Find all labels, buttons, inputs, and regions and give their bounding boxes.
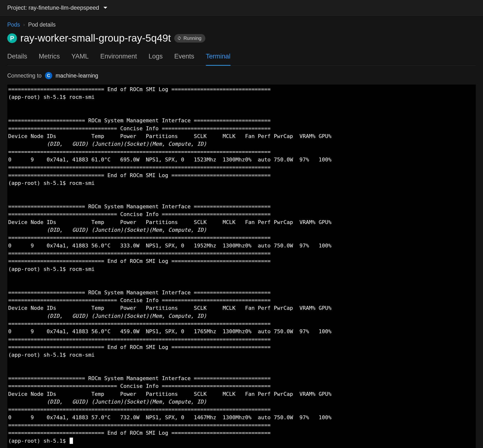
pod-icon: P <box>7 33 17 43</box>
terminal-cursor <box>70 438 73 444</box>
page-title-row: P ray-worker-small-group-ray-5q49t Runni… <box>7 32 476 44</box>
status-badge: Running <box>174 34 205 42</box>
tab-terminal[interactable]: Terminal <box>206 53 230 65</box>
connecting-row: Connecting to C machine-learning <box>0 66 483 85</box>
container-name[interactable]: machine-learning <box>55 72 98 79</box>
container-icon: C <box>45 72 52 79</box>
tab-logs[interactable]: Logs <box>149 53 163 65</box>
page-title: ray-worker-small-group-ray-5q49t <box>20 32 171 44</box>
breadcrumb: Pods › Pod details <box>7 22 476 28</box>
breadcrumb-root[interactable]: Pods <box>7 22 20 28</box>
connecting-label: Connecting to <box>7 72 41 79</box>
project-label: Project: ray-finetune-llm-deepspeed <box>7 4 99 11</box>
chevron-right-icon: › <box>23 22 25 27</box>
tab-environment[interactable]: Environment <box>100 53 137 65</box>
breadcrumb-current: Pod details <box>28 22 55 28</box>
tabs: DetailsMetricsYAMLEnvironmentLogsEventsT… <box>7 53 476 66</box>
project-selector[interactable]: Project: ray-finetune-llm-deepspeed <box>7 4 99 11</box>
tab-metrics[interactable]: Metrics <box>39 53 60 65</box>
tab-details[interactable]: Details <box>7 53 27 65</box>
chevron-down-icon[interactable] <box>103 7 107 9</box>
tab-yaml[interactable]: YAML <box>71 53 89 65</box>
terminal-output[interactable]: ============================== End of RO… <box>7 85 476 448</box>
content-area: Pods › Pod details P ray-worker-small-gr… <box>0 16 483 66</box>
tab-events[interactable]: Events <box>174 53 194 65</box>
sync-icon <box>177 36 182 40</box>
project-selector-bar: Project: ray-finetune-llm-deepspeed <box>0 0 483 16</box>
status-text: Running <box>183 36 201 41</box>
